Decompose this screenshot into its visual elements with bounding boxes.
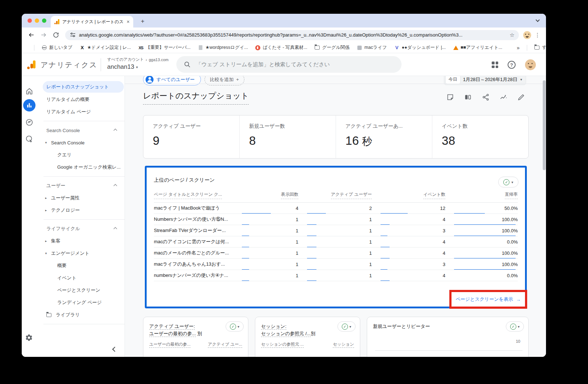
bookmark-item[interactable]: 新しいタブ — [42, 45, 72, 51]
divider — [43, 219, 125, 220]
nav-section-lifecycle[interactable]: ライフサイクル — [37, 223, 125, 235]
nav-section-user[interactable]: ユーザー — [37, 180, 125, 192]
nav-search-console[interactable]: ▾Search Console — [37, 136, 125, 149]
caret-down-icon: ▾ — [520, 77, 522, 81]
reports-icon[interactable] — [23, 99, 35, 111]
analytics-favicon — [54, 19, 59, 24]
home-icon[interactable] — [25, 87, 34, 96]
nav-queries[interactable]: クエリ — [37, 149, 125, 161]
table-row: macライフ | MacBookで遊ぼう 4 2 12 50.0% — [154, 203, 518, 214]
row-events: 12 — [372, 203, 445, 214]
nav-events[interactable]: イベント — [37, 272, 125, 284]
close-window-button[interactable] — [28, 18, 32, 23]
table-header: ページ タイトルとスクリーン ク... 表示回数 アクティブ ユーザー イベント… — [154, 191, 518, 203]
mini-col-header[interactable]: ユーザーの最初の参... — [149, 342, 190, 348]
extension-avatar-icon[interactable] — [523, 31, 531, 39]
apps-grid-icon[interactable] — [26, 45, 27, 50]
url-bar[interactable]: analytics.google.com/analytics/web/?auth… — [65, 30, 519, 40]
person-icon — [146, 76, 154, 84]
browser-tab[interactable]: アナリティクス | レポートのスナ × — [51, 16, 133, 28]
back-icon[interactable] — [26, 30, 36, 40]
mini-col-header[interactable]: セッションの参照元 ... — [261, 342, 304, 348]
nav-realtime-overview[interactable]: リアルタイムの概要 — [37, 93, 125, 106]
data-quality-dropdown[interactable]: ✓ ▾ — [337, 321, 356, 332]
col-views[interactable]: 表示回数 — [281, 191, 298, 199]
forward-icon[interactable] — [38, 30, 49, 40]
tab-search-icon[interactable] — [534, 17, 541, 24]
bookmark-item[interactable]: macライフ — [357, 45, 387, 51]
explore-icon[interactable] — [25, 118, 34, 127]
divider — [101, 58, 101, 71]
row-events: 4 — [372, 248, 445, 258]
new-tab-button[interactable]: + — [138, 17, 147, 26]
traffic-lights — [28, 18, 46, 23]
collapse-nav-icon[interactable] — [112, 347, 117, 352]
minimize-window-button[interactable] — [35, 18, 39, 23]
audience-chip[interactable]: すべてのユーザー — [143, 76, 201, 85]
bookmark-item[interactable]: X★ドメイン設定 | レ... — [80, 45, 131, 51]
share-icon[interactable] — [482, 93, 490, 101]
zoom-window-button[interactable] — [42, 18, 46, 23]
view-pages-screens-link[interactable]: ページとスクリーンを表示 → — [456, 296, 521, 303]
site-info-icon[interactable] — [70, 32, 76, 38]
caret-down-icon: ▾ — [349, 325, 351, 329]
nav-user-attributes[interactable]: ▸ユーザー属性 — [37, 192, 125, 204]
nav-library[interactable]: ライブラリ — [37, 309, 125, 321]
row-events: 3 — [372, 259, 445, 270]
gear-icon[interactable] — [25, 334, 34, 342]
data-quality-dropdown[interactable]: ✓ ▾ — [506, 321, 524, 332]
nav-acquisition[interactable]: ▸集客 — [37, 235, 125, 247]
advertising-icon[interactable] — [25, 135, 34, 143]
card-title: 上位のページ / スクリーン — [154, 177, 518, 183]
nav-landing-pages[interactable]: ランディング ページ — [37, 296, 125, 309]
bookmark-folder[interactable]: グーグル関係 — [315, 45, 350, 51]
browser-menu-icon[interactable]: ⋮ — [533, 32, 542, 38]
add-comparison-chip[interactable]: 比較を追加 + — [205, 76, 244, 85]
help-icon[interactable]: ? — [508, 61, 516, 69]
nav-google-organic[interactable]: Google オーガニック検索レ... — [37, 161, 125, 173]
gridline — [375, 350, 522, 351]
nav-report-snapshot[interactable]: レポートのスナップショット — [43, 81, 124, 93]
bookmark-item[interactable]: XS【重要】サーバーパ... — [138, 45, 190, 51]
account-scope: すべてのアカウント — [107, 57, 144, 62]
divider — [43, 121, 125, 121]
nav-section-search-console[interactable]: Search Console — [37, 124, 125, 136]
mini-col-header[interactable]: アクティブ ユー... — [208, 342, 242, 348]
user-avatar[interactable] — [525, 59, 536, 70]
bookmark-star-icon[interactable]: ☆ — [510, 32, 514, 38]
bookmark-item[interactable]: V●●ダッシュボード |... — [394, 45, 446, 51]
edit-icon[interactable] — [517, 93, 525, 101]
reload-icon[interactable] — [51, 30, 61, 40]
bookmark-item[interactable]: ぱくたそ - 写真素材... — [255, 45, 307, 51]
note-icon[interactable] — [446, 93, 454, 101]
mini-col-header[interactable]: セッション — [333, 342, 354, 348]
check-icon: ✓ — [503, 179, 509, 185]
bookmarks-overflow-icon[interactable]: » — [517, 45, 520, 51]
col-bounce-rate[interactable]: 直帰率 — [505, 191, 518, 199]
col-event-count[interactable]: イベント数 — [423, 191, 445, 199]
divider — [125, 84, 546, 84]
top-pages-card: 上位のページ / スクリーン ✓ ▾ ページ タイトルとスクリーン ク... 表… — [145, 166, 527, 308]
nav-engagement[interactable]: ▾エンゲージメント — [37, 247, 125, 259]
col-active-users[interactable]: アクティブ ユーザー — [331, 191, 372, 199]
tab-close-icon[interactable]: × — [127, 19, 130, 25]
insights-icon[interactable] — [500, 93, 507, 101]
nav-pages-screens[interactable]: ページとスクリーン — [37, 284, 125, 296]
bookmark-item[interactable]: ■■アフィリエイト... — [453, 45, 502, 51]
row-title: macのメールの件名ごとのグルー... — [154, 250, 233, 256]
new-vs-returning-card: 新規ユーザーとリピーター ✓ ▾ 10 — [367, 317, 529, 357]
bookmark-item[interactable]: ★wordpressログイ... — [198, 45, 248, 51]
account-switcher[interactable]: すべてのアカウント › gga13.com anchan13 ▾ — [107, 57, 168, 71]
nav-realtime-pages[interactable]: リアルタイム ページ — [37, 106, 125, 118]
col-page-title[interactable]: ページ タイトルとスクリーン ク... — [154, 191, 222, 199]
all-bookmarks-button[interactable]: すべてのブックマーク — [534, 45, 546, 51]
nav-engagement-overview[interactable]: 概要 — [37, 259, 125, 272]
scrollbar-thumb[interactable] — [543, 80, 546, 170]
diagnostics-grid-icon[interactable] — [492, 62, 498, 68]
search-input[interactable]: 「ウェブ ストリームを追加」と検索してみてください — [176, 56, 402, 73]
data-quality-dropdown[interactable]: ✓ ▾ — [498, 177, 518, 187]
comparison-icon[interactable] — [464, 93, 472, 101]
data-quality-dropdown[interactable]: ✓ ▾ — [226, 321, 244, 332]
metric-event-count: イベント数 38 — [432, 115, 528, 158]
nav-technology[interactable]: ▸テクノロジー — [37, 204, 125, 216]
